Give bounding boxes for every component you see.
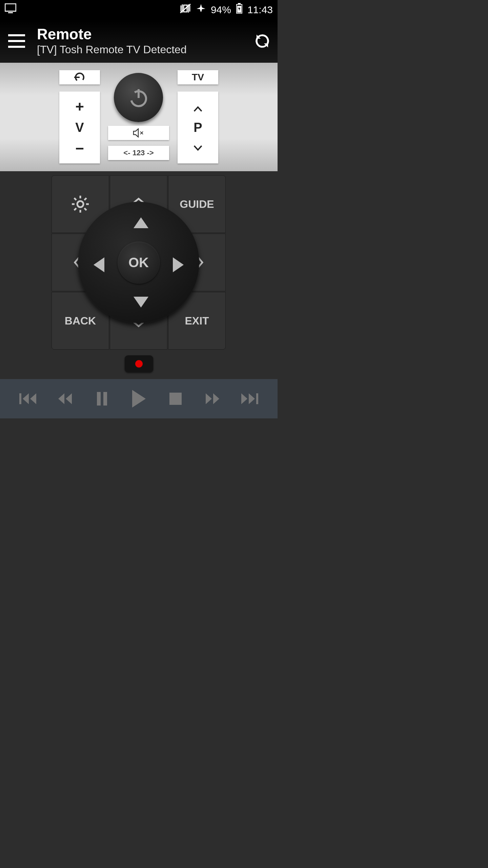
numpad-label: <- 123 -> (123, 149, 154, 157)
refresh-icon[interactable] (254, 33, 271, 50)
volume-label: V (75, 120, 84, 135)
skip-previous-button[interactable] (17, 389, 40, 409)
svg-rect-20 (19, 393, 21, 404)
skip-next-button[interactable] (237, 389, 261, 409)
svg-rect-21 (97, 392, 101, 406)
gear-icon (70, 194, 90, 214)
pause-icon (96, 391, 108, 406)
dpad-right[interactable] (173, 257, 184, 272)
svg-rect-0 (5, 4, 16, 11)
back-label: BACK (65, 315, 96, 327)
dpad-down[interactable] (134, 297, 148, 308)
pause-button[interactable] (90, 389, 114, 409)
stop-button[interactable] (164, 389, 187, 409)
battery-charging-icon (236, 3, 243, 16)
channel-up-button[interactable] (193, 101, 203, 116)
svg-point-11 (77, 201, 83, 207)
fast-forward-icon (203, 392, 221, 406)
record-icon (135, 360, 143, 368)
program-rocker: P (178, 92, 218, 163)
svg-rect-1 (8, 12, 13, 13)
svg-line-16 (74, 198, 76, 200)
svg-rect-5 (238, 3, 241, 4)
cast-icon (5, 3, 16, 16)
volume-rocker: + V − (59, 92, 100, 163)
battery-percent: 94% (211, 4, 231, 16)
tv-button[interactable]: TV (178, 70, 218, 84)
power-button[interactable] (114, 73, 163, 122)
clock: 11:43 (247, 4, 273, 16)
exit-label: EXIT (185, 315, 209, 327)
channel-down-button[interactable] (193, 140, 203, 154)
stop-icon (169, 392, 182, 406)
dpad-up[interactable] (134, 217, 148, 228)
record-button[interactable] (125, 355, 153, 372)
svg-rect-24 (256, 393, 258, 404)
power-icon (127, 86, 150, 110)
mute-icon (133, 128, 144, 138)
svg-line-17 (84, 208, 86, 210)
volume-up-button[interactable]: + (75, 99, 84, 114)
fast-forward-button[interactable] (200, 389, 224, 409)
ok-label: OK (128, 255, 149, 270)
skip-previous-icon (19, 392, 38, 406)
source-icon (74, 71, 86, 83)
page-title: Remote (37, 26, 254, 42)
app-header: Remote [TV] Tosh Remote TV Detected (0, 19, 278, 63)
guide-label: GUIDE (180, 198, 214, 211)
top-panel: TV + V − P (0, 63, 278, 171)
dpad-left[interactable] (94, 257, 104, 272)
dpad: OK (78, 202, 199, 323)
tv-button-label: TV (192, 72, 204, 83)
play-button[interactable] (127, 389, 150, 409)
rewind-button[interactable] (54, 389, 77, 409)
svg-line-19 (74, 208, 76, 210)
ok-button[interactable]: OK (118, 241, 160, 284)
rewind-icon (56, 392, 75, 406)
status-bar: 94% 11:43 (0, 0, 278, 19)
vibrate-off-icon (180, 3, 191, 16)
nav-panel: GUIDE BACK EXIT (0, 175, 278, 350)
mute-button[interactable] (108, 126, 169, 140)
svg-line-18 (84, 198, 86, 200)
skip-next-icon (240, 392, 258, 406)
volume-down-button[interactable]: − (75, 141, 84, 156)
program-label: P (194, 120, 202, 135)
play-icon (130, 389, 147, 408)
airplane-mode-icon (196, 3, 206, 16)
source-button[interactable] (59, 70, 100, 84)
svg-rect-22 (103, 392, 107, 406)
numpad-button[interactable]: <- 123 -> (108, 146, 169, 160)
page-subtitle: [TV] Tosh Remote TV Detected (37, 43, 254, 56)
menu-icon[interactable] (8, 34, 25, 48)
svg-rect-23 (169, 393, 182, 405)
media-bar (0, 379, 278, 418)
